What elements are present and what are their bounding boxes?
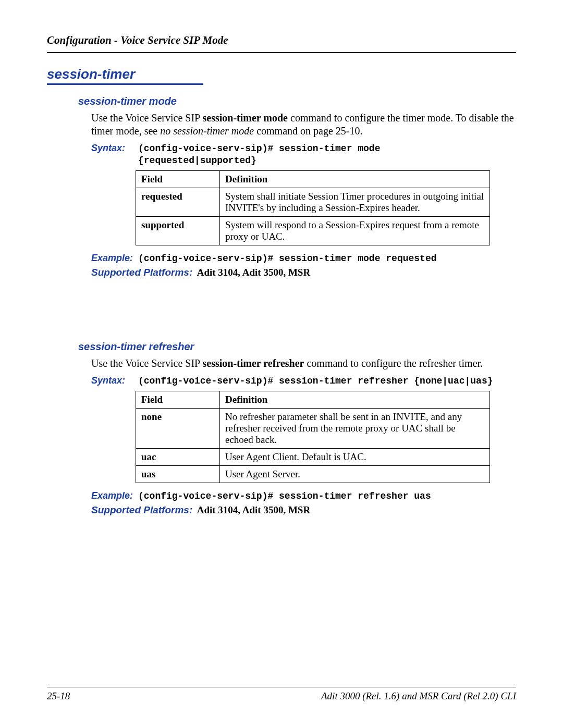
page-header: Configuration - Voice Service SIP Mode: [47, 34, 516, 47]
definitions-table-refresher: Field Definition none No refresher param…: [136, 391, 490, 483]
table-row: requested System shall initiate Session …: [136, 188, 490, 217]
platforms-text: Adit 3104, Adit 3500, MSR: [197, 504, 310, 515]
td-definition: User Agent Client. Default is UAC.: [220, 449, 490, 466]
intro-mid: command to configure the refresher timer…: [304, 357, 483, 369]
td-field: requested: [136, 188, 220, 217]
intro-paragraph-refresher: Use the Voice Service SIP session-timer …: [91, 357, 516, 370]
syntax-code: (config-voice-serv-sip)# session-timer m…: [138, 143, 380, 166]
td-field: none: [136, 409, 220, 449]
syntax-row-mode: Syntax: (config-voice-serv-sip)# session…: [91, 143, 516, 166]
intro-pre: Use the Voice Service SIP: [91, 357, 203, 369]
platforms-text: Adit 3104, Adit 3500, MSR: [197, 267, 310, 278]
table-row: none No refresher parameter shall be sen…: [136, 409, 490, 449]
subheading-refresher: session-timer refresher: [78, 341, 516, 353]
table-row: uac User Agent Client. Default is UAC.: [136, 449, 490, 466]
th-field: Field: [136, 391, 220, 409]
intro-italic: no session-timer mode: [160, 125, 254, 137]
intro-pre: Use the Voice Service SIP: [91, 112, 203, 124]
example-label: Example:: [91, 490, 138, 502]
syntax-label: Syntax:: [91, 143, 138, 166]
platforms-label: Supported Platforms:: [91, 267, 192, 278]
subheading-mode: session-timer mode: [78, 95, 516, 107]
main-heading: session-timer: [47, 66, 135, 82]
td-definition: System will respond to a Session-Expires…: [220, 217, 490, 245]
platforms-value: Adit 3104, Adit 3500, MSR: [195, 504, 310, 515]
platforms-row-mode: Supported Platforms: Adit 3104, Adit 350…: [91, 267, 516, 278]
table-header-row: Field Definition: [136, 391, 490, 409]
intro-bold: session-timer refresher: [203, 357, 304, 369]
example-row-refresher: Example: (config-voice-serv-sip)# sessio…: [91, 490, 516, 502]
platforms-value: Adit 3104, Adit 3500, MSR: [195, 267, 310, 278]
intro-post: command on page 25-10.: [254, 125, 362, 137]
header-rule: [47, 52, 516, 53]
th-definition: Definition: [220, 171, 490, 188]
example-code: (config-voice-serv-sip)# session-timer m…: [138, 253, 437, 265]
intro-bold: session-timer mode: [203, 112, 288, 124]
td-definition: System shall initiate Session Timer proc…: [220, 188, 490, 217]
definitions-table-mode: Field Definition requested System shall …: [136, 170, 490, 245]
table-row: uas User Agent Server.: [136, 466, 490, 483]
table-row: supported System will respond to a Sessi…: [136, 217, 490, 245]
example-label: Example:: [91, 253, 138, 265]
syntax-row-refresher: Syntax: (config-voice-serv-sip)# session…: [91, 375, 516, 387]
page-footer: 25-18 Adit 3000 (Rel. 1.6) and MSR Card …: [47, 687, 516, 702]
td-field: uas: [136, 466, 220, 483]
example-row-mode: Example: (config-voice-serv-sip)# sessio…: [91, 253, 516, 265]
td-field: uac: [136, 449, 220, 466]
main-heading-underline: [47, 83, 203, 85]
page-number: 25-18: [47, 690, 70, 702]
td-definition: User Agent Server.: [220, 466, 490, 483]
book-title: Adit 3000 (Rel. 1.6) and MSR Card (Rel 2…: [321, 690, 516, 702]
table-header-row: Field Definition: [136, 171, 490, 188]
syntax-label: Syntax:: [91, 375, 138, 387]
th-field: Field: [136, 171, 220, 188]
syntax-code: (config-voice-serv-sip)# session-timer r…: [138, 375, 493, 387]
example-code: (config-voice-serv-sip)# session-timer r…: [138, 490, 431, 502]
th-definition: Definition: [220, 391, 490, 409]
platforms-row-refresher: Supported Platforms: Adit 3104, Adit 350…: [91, 504, 516, 516]
td-definition: No refresher parameter shall be sent in …: [220, 409, 490, 449]
td-field: supported: [136, 217, 220, 245]
platforms-label: Supported Platforms:: [91, 504, 192, 515]
intro-paragraph-mode: Use the Voice Service SIP session-timer …: [91, 112, 516, 138]
